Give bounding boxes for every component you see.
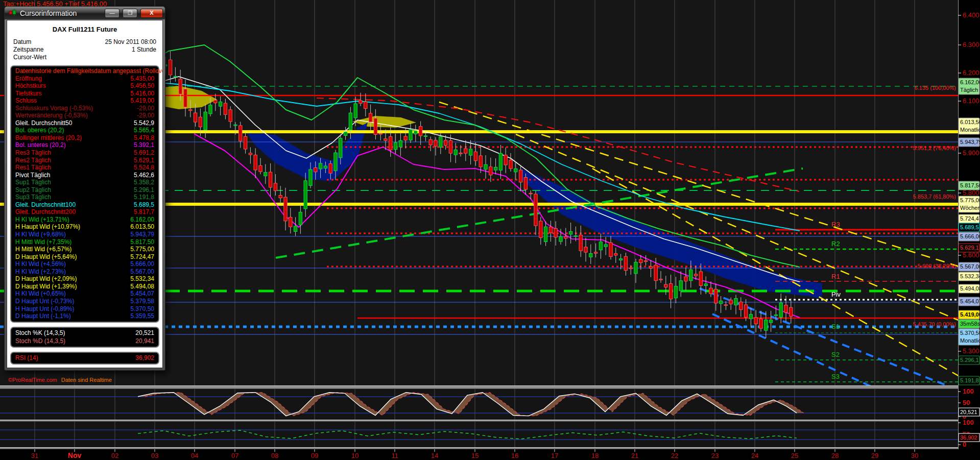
indicator-row: Bollinger mittleres (20,2)5.478,8 <box>15 134 154 142</box>
row-label: Res1 Täglich <box>15 164 134 172</box>
row-value: 5.524,8 <box>134 164 154 172</box>
time-tick-label: 23 <box>711 452 719 459</box>
indicator-row: Bol. unteres (20,2)5.392,1 <box>15 141 154 149</box>
minimize-button[interactable]: — <box>105 9 119 18</box>
instrument-title: DAX Full1211 Future <box>7 26 162 33</box>
indicator-row: Gleit. Durchschnitt1005.689,5 <box>15 201 154 209</box>
price-tick-label: 6.300 <box>963 41 979 49</box>
price-badge-text: Wöchentlich <box>960 205 980 211</box>
time-tick-label: Nov <box>68 451 82 459</box>
row-value: 5.567,00 <box>130 268 154 276</box>
indicator-row: Res2 Täglich5.629,1 <box>15 157 154 164</box>
close-button[interactable]: X <box>140 9 163 18</box>
row-label: Gleit. Durchschnitt50 <box>15 119 134 127</box>
row-label: Cursor-Wert <box>13 54 156 61</box>
price-badge-text: 5.494,08 <box>960 285 980 292</box>
row-value: 5.435,00 <box>130 75 154 83</box>
maximize-button[interactable]: ❐ <box>123 9 137 18</box>
row-label: Schlusskurs Vortag (-0,53%) <box>15 105 137 112</box>
rsi-value-text: 36,902 <box>960 434 977 441</box>
row-label: D Haupt Unt (-1,1%) <box>15 312 130 320</box>
indicator-row: Gleit. Durchschnitt505.542,9 <box>15 119 154 127</box>
time-tick-label: 14 <box>431 452 438 459</box>
indicator-row: D Haupt Unt (-0,73%)5.379,58 <box>15 298 154 305</box>
time-tick-label: 31 <box>31 452 38 459</box>
time-tick-label: 08 <box>271 452 278 459</box>
cursor-info-rows: Datum25 Nov 2011 08:00Zeitspanne1 Stunde… <box>13 38 156 61</box>
time-tick-label: 25 <box>791 452 798 459</box>
price-badge-text: 6.162,00 <box>960 79 980 85</box>
indicator-row: Tiefstkurs5.416,00 <box>15 90 154 98</box>
price-tick-label: 5.300 <box>963 347 979 355</box>
pivot-label: R1 <box>831 273 840 280</box>
row-value: 5.358,2 <box>134 179 154 186</box>
row-value: 6.013,50 <box>130 223 154 231</box>
row-label: D Haupt Wid (+2,09%) <box>15 275 130 283</box>
row-value: 36,902 <box>135 354 154 362</box>
indicator-row: Stoch %D (14,3,5)20,941 <box>15 337 154 345</box>
row-label: RSI (14) <box>15 354 135 362</box>
time-tick-label: 29 <box>871 452 878 459</box>
row-label: Sup1 Täglich <box>15 179 134 186</box>
indicator-row: RSI (14)36,902 <box>15 354 154 362</box>
row-label: Gleit. Durchschnitt200 <box>15 208 134 216</box>
window-titlebar[interactable]: Cursorinformation — ❐ X <box>5 7 165 19</box>
row-label: Datum <box>13 38 105 46</box>
indicator-row: Res3 Täglich5.691,2 <box>15 149 154 157</box>
row-value: 5.456,50 <box>130 82 154 90</box>
row-value: 5.817,7 <box>134 208 154 216</box>
indicator-row: H Kl Wid (+4,56%)5.666,00 <box>15 260 154 268</box>
indicator-row: Cursor-Wert <box>13 54 156 61</box>
indicator-row: Sup1 Täglich5.358,2 <box>15 179 154 186</box>
row-label: Tiefstkurs <box>15 90 130 98</box>
row-value: 5.724,47 <box>130 253 154 261</box>
row-value: 5.419,00 <box>130 97 154 105</box>
time-tick-label: 04 <box>191 452 198 459</box>
row-value: 5.494,08 <box>130 283 154 290</box>
row-value: -29,00 <box>137 112 154 119</box>
panel-scale-label: 50 <box>963 399 970 406</box>
price-tick-label: 5.900 <box>963 149 979 157</box>
panel-scale-label: 100 <box>963 419 974 426</box>
price-badge-text: 5.666,00 <box>960 233 980 239</box>
row-value: 6.162,00 <box>130 216 154 224</box>
row-label: Stoch %K (14,3,5) <box>15 329 135 337</box>
indicator-row: Sup3 Täglich5.191,8 <box>15 193 154 201</box>
time-tick-label: 15 <box>471 452 479 459</box>
row-value: 5.379,58 <box>130 298 154 305</box>
indicator-row: Datum25 Nov 2011 08:00 <box>13 38 156 46</box>
row-label: Zeitspanne <box>13 46 132 54</box>
time-tick-label: 28 <box>831 452 839 459</box>
time-tick-label: 30 <box>911 452 918 459</box>
cursor-info-window: Cursorinformation — ❐ X DAX Full1211 Fut… <box>4 6 165 371</box>
row-value: 25 Nov 2011 08:00 <box>105 38 156 46</box>
time-tick-label: 22 <box>671 452 678 459</box>
price-badge-text: 35m58s <box>960 321 980 327</box>
price-badge-text: 5.629,1 <box>960 245 979 251</box>
candlestick-icon <box>9 9 16 17</box>
price-badge-text: 5.419,00 <box>960 311 980 318</box>
row-label: Bol. oberes (20,2) <box>15 127 134 134</box>
window-title: Cursorinformation <box>20 9 104 17</box>
row-label: Gleit. Durchschnitt100 <box>15 201 134 209</box>
indicator-values-panel: Datenhistorie dem Fälligkeitsdatum angep… <box>10 65 159 323</box>
price-badge-text: 5.567,00 <box>960 263 980 270</box>
rsi-values-panel: RSI (14)36,902 <box>10 352 159 365</box>
indicator-row: D Haupt Wid (+5,64%)5.724,47 <box>15 253 154 261</box>
row-value: 5.666,00 <box>130 260 154 268</box>
time-tick-label: 09 <box>311 452 318 459</box>
indicator-row: H Mittl Wid (+6,57%)5.775,00 <box>15 246 154 253</box>
indicator-row: Wertveränderung (-0,53%)-29,00 <box>15 112 154 119</box>
price-badge-text: Monatlich <box>960 337 980 344</box>
row-label: Res2 Täglich <box>15 157 134 164</box>
price-badge-text: 5.817,50 <box>960 182 980 188</box>
pivot-label: S2 <box>831 351 840 358</box>
indicator-row: H Kl Wid (+2,73%)5.567,00 <box>15 268 154 276</box>
price-badge-text: 5.370,50 <box>960 330 980 336</box>
time-tick-label: 18 <box>591 452 599 459</box>
pivot-label: R2 <box>831 240 840 248</box>
row-value: 5.542,9 <box>134 119 154 127</box>
price-badge-text: 5.191,8 <box>960 377 979 383</box>
indicator-row: Pivot Täglich5.462,6 <box>15 172 154 179</box>
price-badge-text: 5.724,47 <box>960 215 980 222</box>
